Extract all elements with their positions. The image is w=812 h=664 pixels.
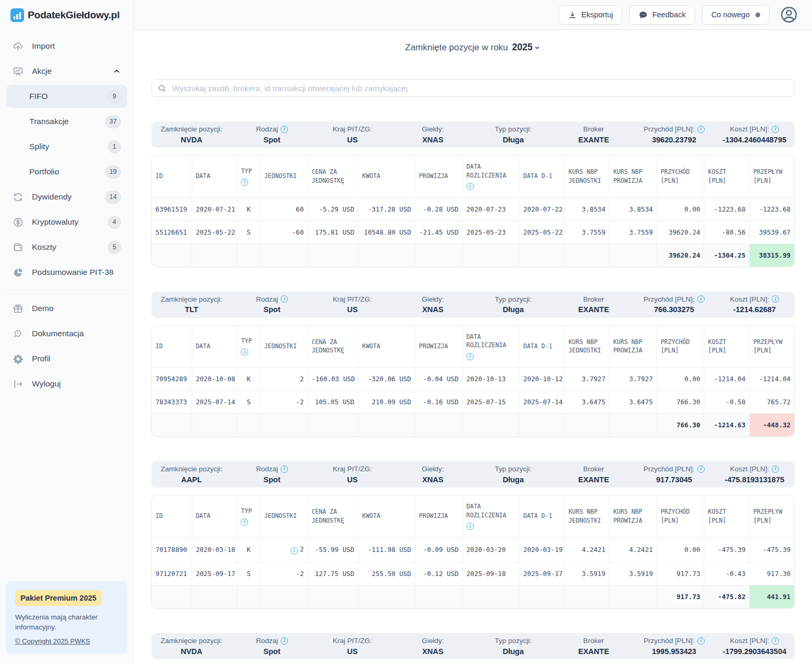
table-cell: -2	[260, 562, 308, 585]
info-icon[interactable]: i	[281, 637, 288, 645]
premium-badge: Pakiet Premium 2025	[15, 590, 102, 606]
table-cell: -320.06 USD	[358, 368, 415, 391]
table-cell: -0.58	[704, 391, 749, 414]
table-cell: 127.75 USD	[308, 562, 359, 585]
card-field-close: Zamknięcie pozycji: NVDA	[151, 126, 232, 143]
card-field-income: Przychód [PLN]:i 917.73045	[634, 466, 715, 484]
chevron-up-icon	[113, 67, 121, 75]
sidebar-item-fifo[interactable]: FIFO 9	[6, 85, 127, 108]
field-label: Koszt [PLN]:	[730, 466, 769, 473]
user-avatar[interactable]	[780, 5, 798, 24]
info-icon[interactable]: i	[772, 466, 779, 473]
position-card-header: Zamknięcie pozycji: AAPL Rodzaji Spot Kr…	[151, 461, 795, 488]
table-cell: 3.6475	[609, 391, 657, 414]
upload-icon	[13, 41, 24, 52]
info-icon[interactable]: i	[241, 518, 248, 526]
table-cell: 3.5919	[609, 562, 657, 585]
sidebar-item-label: Podsumowanie PIT-38	[32, 268, 121, 277]
app-title: PodatekGiełdowy.pl	[28, 9, 120, 21]
table-cell: -2	[260, 391, 308, 414]
info-icon[interactable]: i	[281, 126, 288, 133]
sidebar-item-dywidendy[interactable]: Dywidendy 14	[6, 185, 127, 208]
sidebar-item-wyloguj[interactable]: Wyloguj	[6, 372, 127, 395]
column-header: KURS NBP PROWIZJA	[609, 495, 657, 537]
export-button[interactable]: Eksportuj	[559, 5, 622, 25]
info-icon[interactable]: i	[241, 179, 248, 186]
sidebar-item-kryptowaluty[interactable]: Kryptowaluty 4	[6, 211, 127, 234]
sidebar-item-label: Koszty	[32, 242, 99, 252]
field-value: NVDA	[151, 648, 232, 656]
field-value: -1799.2903643504	[714, 648, 795, 656]
totals-row: 917.73 -475.82 441.91	[152, 585, 794, 608]
sidebar-item-import[interactable]: Import	[6, 35, 127, 58]
card-field-cost: Koszt [PLN]:i -475.8193131875	[714, 466, 795, 484]
table-cell: 2025-07-14	[192, 391, 237, 414]
copyright-link[interactable]: © Copyright 2025 PWKS	[15, 637, 90, 645]
table-cell: S	[237, 391, 260, 414]
field-label: Kraj PIT/ZG:	[333, 637, 372, 645]
table-cell: 3.8534	[609, 197, 657, 220]
table-cell: 4.2421	[609, 537, 657, 562]
sidebar-item-demo[interactable]: Demo	[6, 297, 127, 320]
info-icon[interactable]: i	[697, 126, 705, 133]
info-icon[interactable]: i	[697, 637, 705, 645]
table-cell: 2025-05-23	[462, 220, 519, 244]
info-icon[interactable]: i	[281, 466, 288, 473]
sidebar-item-splity[interactable]: Splity 1	[6, 135, 127, 158]
table-cell: 2025-05-22	[192, 220, 237, 244]
info-icon[interactable]: i	[281, 295, 288, 303]
field-value: Długa	[473, 136, 554, 144]
count-badge: 5	[108, 241, 121, 254]
table-cell: -55.99 USD	[308, 537, 359, 562]
card-field-cost: Koszt [PLN]:i -1214.62687	[714, 295, 795, 314]
app-logo[interactable]: PodatekGiełdowy.pl	[0, 0, 134, 34]
sidebar-item-portfolio[interactable]: Portfolio 19	[6, 160, 127, 183]
info-icon[interactable]: i	[697, 295, 705, 303]
gear-icon	[13, 353, 24, 364]
field-label: Typ pozycji:	[495, 637, 532, 645]
info-icon[interactable]: i	[466, 523, 474, 530]
table-row: 551266512025-05-22S-60175.81 USD10548.80…	[152, 220, 794, 244]
table-cell: 917.73	[657, 562, 704, 585]
table-row: 783433732025-07-14S-2105.05 USD210.09 US…	[152, 391, 794, 414]
table-cell: 55126651	[152, 220, 192, 244]
position-card-nvda-3: Zamknięcie pozycji: NVDA Rodzaji Spot Kr…	[151, 633, 795, 664]
table-cell: 917.30	[749, 562, 794, 585]
table-header-row: IDDATATYPiJEDNOSTKICENA ZA JEDNOSTKĘKWOT…	[152, 495, 794, 537]
sidebar-item-podsumowanie-pit-38[interactable]: Podsumowanie PIT-38	[6, 261, 127, 284]
info-icon[interactable]: i	[466, 353, 474, 360]
card-field-position-type: Typ pozycji: Długa	[473, 466, 554, 483]
column-header: TYPi	[237, 156, 260, 197]
info-icon[interactable]: i	[772, 637, 779, 645]
info-icon[interactable]: i	[772, 295, 779, 303]
field-label: Broker	[583, 126, 604, 133]
count-badge: 37	[105, 115, 121, 128]
download-icon	[568, 10, 577, 19]
field-label: Zamknięcie pozycji:	[161, 637, 223, 645]
sidebar-item-dokumentacja[interactable]: Dokumentacja	[6, 322, 127, 345]
sidebar-item-label: Kryptowaluty	[32, 217, 99, 227]
sidebar-item-transakcje[interactable]: Transakcje 37	[6, 110, 127, 133]
field-value: XNAS	[393, 306, 473, 314]
table-cell: 3.5919	[564, 562, 609, 585]
info-icon[interactable]: i	[697, 466, 705, 473]
info-icon[interactable]: i	[291, 547, 298, 555]
sidebar-item-profil[interactable]: Profil	[6, 347, 127, 370]
total-flow: -448.32	[749, 414, 794, 437]
info-icon[interactable]: i	[241, 348, 248, 356]
whats-new-button[interactable]: Co nowego	[702, 5, 770, 25]
table-cell: 39620.24	[657, 220, 704, 244]
sidebar-item-koszty[interactable]: Koszty 5	[6, 236, 127, 259]
search-input[interactable]	[171, 83, 788, 93]
info-icon[interactable]: i	[772, 126, 779, 133]
totals-row: 766.30 -1214.63 -448.32	[152, 414, 794, 437]
field-value: US	[312, 136, 393, 144]
feedback-button[interactable]: Feedback	[629, 5, 695, 25]
sidebar-item-akcje[interactable]: Akcje	[6, 60, 127, 83]
sidebar-item-label: Dokumentacja	[32, 329, 121, 338]
year-dropdown[interactable]: 2025	[512, 42, 541, 53]
sidebar: PodatekGiełdowy.pl Import Akcje FIFO 9 T…	[0, 0, 134, 664]
column-header: PROWIZJA	[415, 495, 463, 537]
info-icon[interactable]: i	[466, 183, 474, 190]
table-cell: -1223.68	[749, 197, 794, 220]
